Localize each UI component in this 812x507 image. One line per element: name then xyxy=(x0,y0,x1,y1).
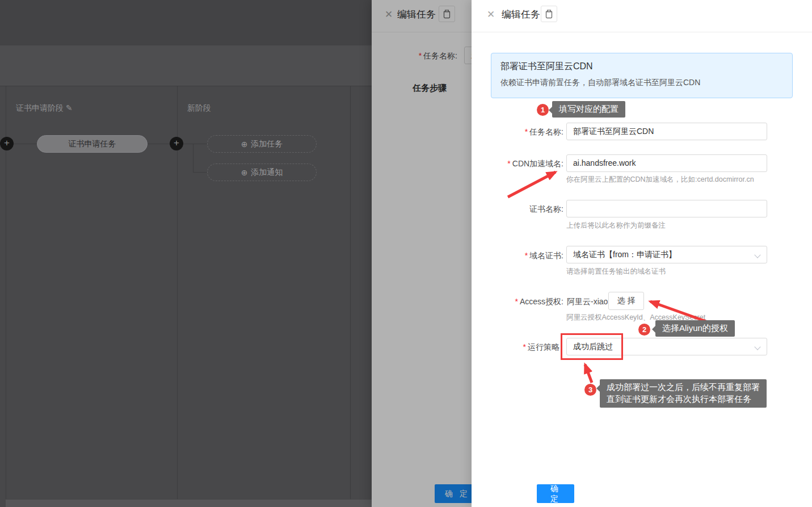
add-stage-button[interactable]: + xyxy=(170,137,183,150)
arrow-to-cdn-field xyxy=(508,172,556,197)
domain-cert-label: *域名证书: xyxy=(472,251,563,261)
annotation-2-tooltip: 选择Aliyun的授权 xyxy=(655,320,735,337)
task-name-label: *任务名称: xyxy=(472,127,563,137)
plugin-description: 依赖证书申请前置任务，自动部署域名证书至阿里云CDN xyxy=(500,78,783,88)
annotation-2-badge: 2 xyxy=(638,324,650,336)
delete-task-button[interactable] xyxy=(541,6,557,22)
annotation-1-badge: 1 xyxy=(537,104,549,116)
connector xyxy=(14,144,37,144)
close-icon[interactable]: ✕ xyxy=(487,9,495,20)
chevron-down-icon xyxy=(754,343,760,350)
add-notification-button[interactable]: ⊕ 添加通知 xyxy=(207,164,317,181)
cdn-domain-hint: 你在阿里云上配置的CDN加速域名，比如:certd.docmirror.cn xyxy=(566,175,754,185)
plugin-title: 部署证书至阿里云CDN xyxy=(500,61,783,73)
cert-name-label: 证书名称: xyxy=(472,204,563,215)
access-pick-button[interactable]: 选 择 xyxy=(608,292,644,310)
cdn-domain-label: *CDN加速域名: xyxy=(472,159,563,169)
drawer-dim-overlay xyxy=(372,0,472,507)
stage1-title: 证书申请阶段 ✎ xyxy=(16,103,73,114)
run-strategy-label: *运行策略 xyxy=(472,342,559,353)
task-node-cert-request[interactable]: 证书申请任务 xyxy=(37,135,148,153)
domain-cert-hint: 请选择前置任务输出的域名证书 xyxy=(566,267,666,276)
stage-divider xyxy=(350,86,351,499)
connector xyxy=(193,144,193,172)
trash-icon xyxy=(545,10,553,19)
task-name-input[interactable]: 部署证书至阿里云CDN xyxy=(566,123,767,140)
access-value: 阿里云-xiao xyxy=(567,297,608,307)
drawer-title: 编辑任务 xyxy=(502,8,540,21)
annotation-1-tooltip: 填写对应的配置 xyxy=(552,101,625,118)
add-stage-button[interactable]: + xyxy=(0,137,14,150)
plus-circle-icon: ⊕ xyxy=(241,140,248,149)
drawer-header: ✕ 编辑任务 xyxy=(472,0,812,32)
plus-circle-icon: ⊕ xyxy=(241,168,248,177)
connector xyxy=(193,172,207,173)
connector xyxy=(183,144,207,144)
add-task-button[interactable]: ⊕ 添加任务 xyxy=(207,135,317,153)
cdn-domain-input[interactable]: ai.handsfree.work xyxy=(566,154,767,172)
chevron-down-icon xyxy=(754,252,760,258)
stage2-title: 新阶段 xyxy=(187,103,211,114)
highlight-rectangle xyxy=(561,333,623,360)
app-root: 证书申请阶段 ✎ 新阶段 + + 证书申请任务 ⊕ 添加任务 ⊕ 添加通知 xyxy=(0,0,812,507)
connector xyxy=(148,144,170,144)
edit-pencil-icon[interactable]: ✎ xyxy=(66,103,73,112)
edit-task-drawer: ✕ 编辑任务 部署证书至阿里云CDN 依赖证书申请前置任务，自动部署域名证书至阿… xyxy=(472,0,812,507)
cert-name-hint: 上传后将以此名称作为前缀备注 xyxy=(566,221,666,231)
annotation-3-badge: 3 xyxy=(584,384,596,396)
domain-cert-select[interactable]: 域名证书【from：申请证书】 xyxy=(566,246,767,263)
annotation-3-tooltip: 成功部署过一次之后，后续不再重复部署 直到证书更新才会再次执行本部署任务 xyxy=(600,379,767,408)
access-label: *Access授权: xyxy=(472,297,563,307)
plugin-info-alert: 部署证书至阿里云CDN 依赖证书申请前置任务，自动部署域名证书至阿里云CDN xyxy=(491,53,793,98)
arrow-to-run-strategy xyxy=(585,364,592,383)
cert-name-input[interactable] xyxy=(566,200,767,217)
confirm-button[interactable]: 确 定 xyxy=(537,484,574,503)
back-edit-task-drawer: ✕ 编辑任务 *任务名称: 新 任务步骤 确 定 xyxy=(372,0,472,507)
